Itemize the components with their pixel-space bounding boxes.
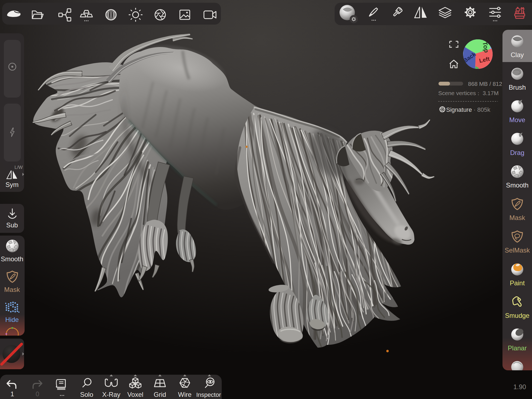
svg-text:Solo: Solo <box>80 391 93 398</box>
svg-text:X-Ray: X-Ray <box>102 391 121 398</box>
svg-text:Smooth: Smooth <box>1 255 24 263</box>
svg-text:Mask: Mask <box>4 286 20 293</box>
svg-text:Inspector: Inspector <box>196 391 221 398</box>
svg-text:Grid: Grid <box>154 391 166 398</box>
svg-text:L/W: L/W <box>14 165 23 170</box>
svg-text:Sym: Sym <box>5 181 19 188</box>
svg-text:1: 1 <box>10 390 14 398</box>
svg-text:Hide: Hide <box>5 316 19 323</box>
svg-text:0: 0 <box>36 390 39 398</box>
svg-text:Voxel: Voxel <box>127 391 144 398</box>
svg-text:Wire: Wire <box>178 391 191 398</box>
svg-text:Sub: Sub <box>6 221 18 229</box>
